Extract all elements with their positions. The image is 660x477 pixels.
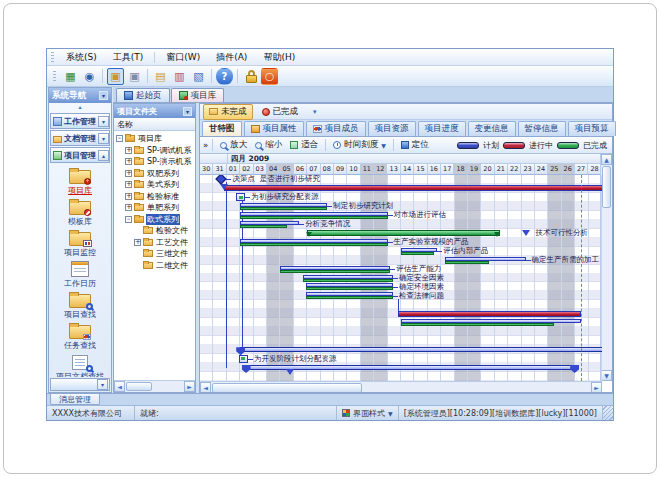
tab-项目预算[interactable]: 项目预算: [568, 121, 616, 136]
interface-style-button[interactable]: 界面样式 ▼: [337, 406, 399, 420]
gantt-chart-body[interactable]: 决策点 是否进行初步研究为初步研究分配资源制定初步研究计划对市场进行评估分析竞争…: [200, 175, 602, 381]
scroll-down-icon[interactable]: ▼: [601, 370, 612, 381]
sidebar-item-项目文档查找[interactable]: 项目文档查找: [49, 353, 111, 377]
scrollbar-thumb[interactable]: [126, 382, 152, 391]
tab-项目属性[interactable]: 项目属性: [244, 121, 304, 136]
milestone-box[interactable]: [236, 193, 245, 201]
filter-button-未完成[interactable]: 未完成: [203, 104, 253, 120]
scrollbar-thumb[interactable]: [602, 166, 611, 208]
locate-button[interactable]: 定位: [398, 138, 432, 152]
nav-collapsed-group[interactable]: ▾: [50, 378, 110, 391]
pin-icon[interactable]: ▾: [99, 91, 108, 100]
chevron-down-icon[interactable]: ▾: [97, 379, 108, 390]
tab-变更信息[interactable]: 变更信息: [468, 121, 516, 136]
nav-group-项目管理[interactable]: 项目管理▴: [50, 147, 110, 163]
filter-button-已完成[interactable]: 已完成: [256, 104, 305, 120]
task-bar[interactable]: [306, 292, 393, 299]
summary-completed-bar[interactable]: [307, 230, 500, 236]
tree-item-单肥系列[interactable]: +单肥系列: [114, 202, 195, 214]
sidebar-item-项目监控[interactable]: 项目监控: [49, 229, 111, 257]
zoom-in-button[interactable]: 放大: [217, 138, 250, 152]
summary-planned-bar[interactable]: [240, 347, 602, 352]
chevron-down-icon[interactable]: ▾: [98, 133, 109, 144]
task-bar[interactable]: [240, 239, 387, 246]
tree-item-双肥系列[interactable]: +双肥系列: [114, 168, 195, 180]
report-icon[interactable]: ▤: [152, 68, 169, 85]
scroll-up-icon[interactable]: ▲: [601, 154, 612, 165]
tab-项目进度[interactable]: 项目进度: [418, 121, 466, 136]
sidebar-item-项目库[interactable]: 项目库: [49, 167, 111, 195]
task-bar[interactable]: [280, 266, 390, 273]
sidebar-item-工作日历[interactable]: 工作日历: [49, 260, 111, 288]
menu-item[interactable]: 窗口(W): [158, 50, 208, 65]
expand-icon[interactable]: +: [125, 181, 132, 188]
globe-icon[interactable]: ◉: [81, 68, 98, 85]
tree-item-项目库[interactable]: –项目库: [114, 133, 195, 145]
nav-group-工作管理[interactable]: 工作管理▾: [50, 113, 110, 129]
scroll-left-icon[interactable]: ◄: [200, 382, 211, 392]
doc-tab-起始页[interactable]: 起始页: [116, 88, 170, 102]
milestone-triangle-icon[interactable]: [522, 230, 530, 236]
resize-grip[interactable]: [603, 406, 613, 420]
tree-item-美式系列[interactable]: +美式系列: [114, 179, 195, 191]
window-icon[interactable]: ▣: [126, 68, 143, 85]
help-icon[interactable]: ?: [216, 68, 233, 85]
lock-icon[interactable]: [242, 68, 259, 85]
tab-项目成员[interactable]: 项目成员: [306, 121, 366, 136]
chevron-down-icon[interactable]: ▾: [98, 116, 109, 127]
data-table-icon[interactable]: ▦: [62, 68, 79, 85]
expand-icon[interactable]: +: [125, 147, 132, 154]
tree-column-header[interactable]: 名称: [114, 118, 195, 131]
task-bar[interactable]: [240, 203, 327, 210]
filter-overflow-chevron-icon[interactable]: ▾: [313, 108, 317, 116]
nav-group-文档管理[interactable]: 文档管理▾: [50, 130, 110, 146]
tree-item-SP-调试机系[interactable]: +SP-调试机系: [114, 145, 195, 157]
menu-item[interactable]: 系统(S): [58, 50, 105, 65]
tree-item-欧式系列[interactable]: –欧式系列: [114, 214, 195, 226]
scrollbar-thumb[interactable]: [212, 383, 362, 392]
tree-item-二维文件[interactable]: 二维文件: [114, 260, 195, 272]
collapse-icon[interactable]: –: [116, 135, 123, 142]
expand-icon[interactable]: +: [125, 193, 132, 200]
tree-horizontal-scrollbar[interactable]: ◄ ►: [114, 380, 195, 392]
tab-项目资源[interactable]: 项目资源: [368, 121, 416, 136]
chart-report-icon[interactable]: ▥: [171, 68, 188, 85]
flag-report-icon[interactable]: ▧: [190, 68, 207, 85]
pin-icon[interactable]: ▾: [183, 107, 192, 116]
tree-item-工艺文件[interactable]: +工艺文件: [114, 237, 195, 249]
task-bar[interactable]: [401, 319, 581, 326]
menu-item[interactable]: 插件(A): [208, 50, 255, 65]
expand-icon[interactable]: +: [125, 158, 132, 165]
sidebar-item-任务查找[interactable]: 任务查找: [49, 322, 111, 350]
summary-planned-bar[interactable]: [246, 365, 576, 370]
task-bar[interactable]: [303, 275, 393, 282]
scroll-right-icon[interactable]: ►: [591, 382, 602, 392]
timescale-dropdown[interactable]: 时间刻度▼: [330, 138, 389, 152]
exit-icon[interactable]: ◯: [261, 68, 278, 85]
milestone-box[interactable]: [239, 355, 248, 363]
chevron-up-icon[interactable]: ▴: [98, 150, 109, 161]
tree-item-SP-演示机系[interactable]: +SP-演示机系: [114, 156, 195, 168]
task-bar[interactable]: [306, 283, 393, 290]
in-progress-bar[interactable]: [224, 185, 602, 191]
nav-scroll-up-icon[interactable]: ▴: [49, 103, 111, 112]
sidebar-item-模板库[interactable]: 模板库: [49, 198, 111, 226]
expand-icon[interactable]: +: [134, 239, 141, 246]
collapse-icon[interactable]: –: [125, 216, 132, 223]
zoom-out-button[interactable]: 缩小: [252, 138, 285, 152]
message-management-tab[interactable]: 消息管理: [50, 394, 100, 405]
tree-item-检验文件[interactable]: 检验文件: [114, 225, 195, 237]
sidebar-item-项目查找[interactable]: 项目查找: [49, 291, 111, 319]
in-progress-bar[interactable]: [398, 311, 580, 317]
task-bar[interactable]: [401, 248, 437, 255]
expand-icon[interactable]: +: [125, 204, 132, 211]
fit-button[interactable]: 适合: [287, 138, 321, 152]
project-window-icon[interactable]: ▣: [107, 68, 124, 85]
menu-item[interactable]: 工具(T): [105, 50, 152, 65]
toolbar-overflow-chevron[interactable]: »: [203, 140, 208, 150]
gantt-horizontal-scrollbar[interactable]: ◄ ►: [200, 381, 602, 392]
task-bar[interactable]: [445, 257, 525, 264]
scroll-left-icon[interactable]: ◄: [114, 381, 125, 392]
expand-icon[interactable]: +: [125, 170, 132, 177]
tree-item-检验标准[interactable]: +检验标准: [114, 191, 195, 203]
